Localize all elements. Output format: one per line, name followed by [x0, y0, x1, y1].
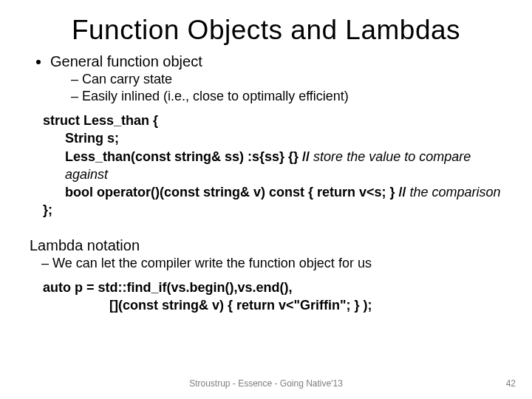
code-block-lambda: auto p = std::find_if(vs.begin(),vs.end(…: [43, 279, 502, 315]
bullet-list-1: General function object Can carry state …: [30, 53, 502, 104]
page-number: 42: [506, 378, 516, 389]
bullet-text: General function object: [50, 53, 202, 69]
sub-list-1: Can carry state Easily inlined (i.e., cl…: [50, 72, 502, 104]
code-line: Less_than(const string& ss) :s{ss} {} //…: [43, 148, 502, 184]
bullet-list-2: We can let the compiler write the functi…: [30, 256, 502, 271]
code-block-struct: struct Less_than { String s; Less_than(c…: [43, 112, 502, 219]
slide-title: Function Objects and Lambdas: [0, 0, 532, 53]
sub-compiler-write: We can let the compiler write the functi…: [41, 256, 502, 271]
code-line: String s;: [43, 129, 502, 147]
code-text: Less_than(const string& ss) :s{ss} {} //: [65, 149, 313, 164]
code-text: bool operator()(const string& v) const {…: [65, 185, 410, 200]
code-comment: the comparison: [410, 185, 501, 200]
slide-body: General function object Can carry state …: [0, 53, 532, 314]
bullet-general-function-object: General function object Can carry state …: [50, 53, 502, 104]
code-line: };: [43, 202, 52, 217]
slide: Function Objects and Lambdas General fun…: [0, 0, 532, 399]
bullet-lambda-notation: Lambda notation: [30, 237, 502, 254]
sub-list-2: We can let the compiler write the functi…: [21, 256, 502, 271]
code-line: struct Less_than {: [43, 113, 158, 128]
sub-easily-inlined: Easily inlined (i.e., close to optimally…: [71, 89, 502, 104]
code-line: auto p = std::find_if(vs.begin(),vs.end(…: [43, 280, 293, 295]
sub-carry-state: Can carry state: [71, 72, 502, 87]
code-line: bool operator()(const string& v) const {…: [43, 183, 502, 201]
list-item: We can let the compiler write the functi…: [21, 256, 502, 271]
footer-text: Stroustrup - Essence - Going Native'13: [0, 378, 532, 389]
code-line: [](const string& v) { return v<"Griffin"…: [43, 296, 502, 314]
